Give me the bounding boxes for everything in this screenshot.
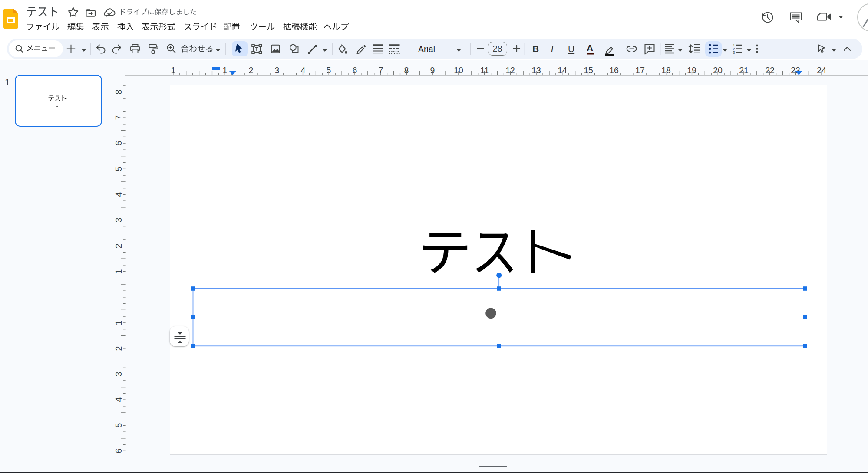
svg-text:16: 16 [609,66,619,75]
svg-text:7: 7 [114,115,123,120]
svg-text:4: 4 [114,397,123,402]
svg-text:5: 5 [114,166,123,171]
svg-text:19: 19 [687,66,696,75]
svg-text:8: 8 [404,66,409,75]
svg-text:11: 11 [480,66,489,75]
svg-text:2: 2 [114,346,123,351]
svg-text:20: 20 [713,66,723,75]
svg-text:2: 2 [249,66,254,75]
svg-text:13: 13 [531,66,541,75]
svg-text:4: 4 [114,192,123,197]
svg-text:22: 22 [765,66,775,75]
svg-text:6: 6 [114,449,123,453]
svg-text:8: 8 [114,90,123,95]
svg-text:24: 24 [817,66,826,75]
svg-text:12: 12 [505,66,515,75]
svg-text:1: 1 [114,269,123,274]
svg-text:4: 4 [301,66,306,75]
svg-text:3: 3 [114,372,123,377]
svg-text:5: 5 [114,423,123,427]
svg-text:21: 21 [739,66,749,75]
svg-text:5: 5 [327,66,331,75]
svg-text:1: 1 [5,77,10,88]
svg-text:3: 3 [275,66,280,75]
svg-text:15: 15 [584,66,593,75]
svg-text:6: 6 [114,141,123,146]
svg-text:3: 3 [114,218,123,223]
svg-text:9: 9 [430,66,435,75]
svg-text:3: 3 [733,50,735,55]
svg-text:6: 6 [353,66,357,75]
svg-text:17: 17 [635,66,645,75]
svg-text:1: 1 [171,66,176,75]
svg-text:18: 18 [661,66,671,75]
svg-text:1: 1 [223,66,228,75]
svg-text:2: 2 [114,244,123,249]
svg-text:10: 10 [454,66,463,75]
svg-text:14: 14 [558,66,567,75]
svg-text:1: 1 [114,321,123,325]
svg-text:7: 7 [379,66,383,75]
